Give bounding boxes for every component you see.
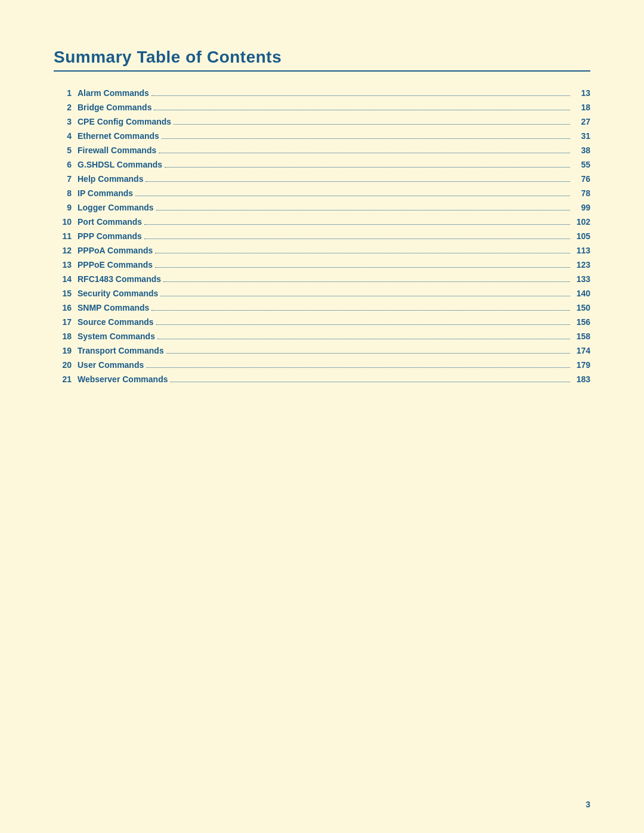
toc-link[interactable]: Port Commands (78, 217, 142, 227)
toc-number: 2 (54, 103, 78, 112)
toc-dots (160, 296, 570, 296)
toc-number: 4 (54, 131, 78, 141)
toc-row: 18System Commands158 (54, 332, 590, 341)
toc-link[interactable]: Firewall Commands (78, 145, 156, 155)
toc-dots (144, 239, 570, 239)
toc-link[interactable]: RFC1483 Commands (78, 274, 161, 284)
toc-link[interactable]: User Commands (78, 360, 144, 370)
toc-row: 6G.SHDSL Commands55 (54, 160, 590, 169)
toc-row: 1Alarm Commands13 (54, 88, 590, 98)
toc-dots (144, 224, 570, 225)
toc-link[interactable]: PPPoA Commands (78, 246, 153, 255)
toc-dots (146, 367, 570, 368)
toc-page: 13 (572, 88, 590, 98)
toc-row: 15Security Commands140 (54, 289, 590, 298)
title-section: Summary Table of Contents (54, 48, 590, 72)
toc-page: 18 (572, 103, 590, 112)
toc-row: 21Webserver Commands183 (54, 374, 590, 384)
toc-link[interactable]: PPPoE Commands (78, 260, 153, 270)
toc-dots (155, 253, 570, 253)
toc-link[interactable]: G.SHDSL Commands (78, 160, 162, 169)
toc-row: 5Firewall Commands38 (54, 145, 590, 155)
toc-row: 2Bridge Commands18 (54, 103, 590, 112)
toc-dots (170, 382, 570, 382)
toc-link[interactable]: Webserver Commands (78, 374, 168, 384)
toc-dots (135, 196, 570, 196)
toc-dots (163, 281, 570, 282)
toc-dots (165, 167, 570, 168)
toc-link[interactable]: Bridge Commands (78, 103, 151, 112)
toc-link[interactable]: CPE Config Commands (78, 117, 171, 126)
toc-dots (157, 339, 570, 339)
toc-dots (145, 181, 570, 182)
toc-dots (154, 110, 570, 110)
toc-number: 16 (54, 303, 78, 312)
toc-number: 15 (54, 289, 78, 298)
toc-page: 102 (572, 217, 590, 227)
toc-row: 20User Commands179 (54, 360, 590, 370)
toc-row: 8IP Commands78 (54, 188, 590, 198)
toc-row: 16SNMP Commands150 (54, 303, 590, 312)
page-title: Summary Table of Contents (54, 48, 590, 67)
toc-page: 158 (572, 332, 590, 341)
toc-row: 13PPPoE Commands123 (54, 260, 590, 270)
toc-page: 123 (572, 260, 590, 270)
toc-number: 17 (54, 317, 78, 327)
toc-link[interactable]: PPP Commands (78, 231, 142, 241)
toc-number: 7 (54, 174, 78, 184)
toc-link[interactable]: Transport Commands (78, 346, 164, 355)
toc-row: 17Source Commands156 (54, 317, 590, 327)
toc-page: 174 (572, 346, 590, 355)
toc-page: 38 (572, 145, 590, 155)
toc-page: 150 (572, 303, 590, 312)
toc-dots (166, 353, 570, 354)
toc-page: 183 (572, 374, 590, 384)
toc-page: 133 (572, 274, 590, 284)
toc-link[interactable]: System Commands (78, 332, 155, 341)
toc-row: 14RFC1483 Commands133 (54, 274, 590, 284)
toc-row: 4Ethernet Commands31 (54, 131, 590, 141)
toc-link[interactable]: Alarm Commands (78, 88, 149, 98)
toc-list: 1Alarm Commands132Bridge Commands183CPE … (54, 88, 590, 384)
toc-number: 13 (54, 260, 78, 270)
toc-dots (156, 210, 570, 210)
toc-number: 19 (54, 346, 78, 355)
toc-page: 99 (572, 203, 590, 212)
toc-link[interactable]: Ethernet Commands (78, 131, 159, 141)
toc-number: 10 (54, 217, 78, 227)
toc-number: 14 (54, 274, 78, 284)
toc-link[interactable]: IP Commands (78, 188, 133, 198)
toc-page: 55 (572, 160, 590, 169)
toc-link[interactable]: Help Commands (78, 174, 143, 184)
toc-dots (159, 153, 570, 153)
toc-link[interactable]: SNMP Commands (78, 303, 149, 312)
toc-page: 78 (572, 188, 590, 198)
toc-number: 8 (54, 188, 78, 198)
toc-number: 3 (54, 117, 78, 126)
toc-dots (162, 138, 570, 139)
toc-number: 6 (54, 160, 78, 169)
toc-link[interactable]: Security Commands (78, 289, 158, 298)
toc-number: 21 (54, 374, 78, 384)
toc-row: 11PPP Commands105 (54, 231, 590, 241)
toc-page: 31 (572, 131, 590, 141)
toc-number: 18 (54, 332, 78, 341)
toc-link[interactable]: Source Commands (78, 317, 154, 327)
toc-row: 7Help Commands76 (54, 174, 590, 184)
toc-page: 113 (572, 246, 590, 255)
toc-page: 156 (572, 317, 590, 327)
toc-number: 11 (54, 231, 78, 241)
toc-link[interactable]: Logger Commands (78, 203, 154, 212)
toc-number: 5 (54, 145, 78, 155)
toc-page: 105 (572, 231, 590, 241)
toc-dots (155, 267, 570, 268)
toc-page: 76 (572, 174, 590, 184)
toc-dots (174, 124, 570, 125)
toc-row: 19Transport Commands174 (54, 346, 590, 355)
toc-row: 10Port Commands102 (54, 217, 590, 227)
toc-dots (151, 310, 570, 311)
toc-page: 27 (572, 117, 590, 126)
toc-dots (156, 324, 570, 325)
toc-row: 12PPPoA Commands113 (54, 246, 590, 255)
page-container: Summary Table of Contents 1Alarm Command… (0, 0, 644, 436)
